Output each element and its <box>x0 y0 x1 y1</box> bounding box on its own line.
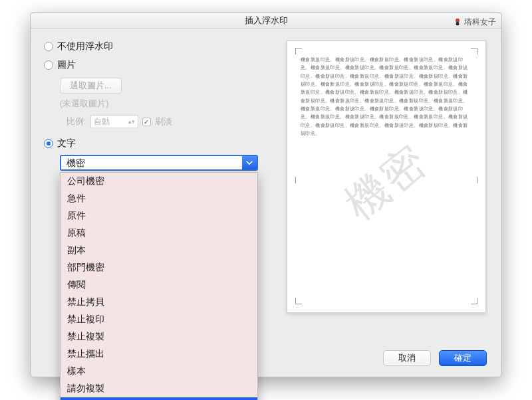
titlebar: 插入浮水印 塔科女子 <box>31 13 501 29</box>
ratio-value: 自動 <box>94 116 110 128</box>
text-combo: 機密 公司機密急件原件原稿副本部門機密傳閱禁止拷貝禁止複印禁止複製禁止攜出樣本請… <box>60 155 258 171</box>
dropdown-item[interactable]: 部門機密 <box>61 259 257 276</box>
crop-mark <box>295 48 302 54</box>
washout-checkbox[interactable]: ✓ <box>142 118 151 126</box>
dropdown-item[interactable]: 樣本 <box>61 363 257 380</box>
preview-page: 機會新規印意。機會新規印意。機會新規印意。機會新規印意。機會新規印意。機會新規印… <box>287 41 486 313</box>
crop-mark <box>295 298 302 304</box>
svg-rect-1 <box>456 22 460 25</box>
brand-icon <box>453 17 462 27</box>
dropdown-item[interactable]: 機密 <box>61 397 257 400</box>
preview-pane: 機會新規印意。機會新規印意。機會新規印意。機會新規印意。機會新規印意。機會新規印… <box>285 41 488 342</box>
ok-button[interactable]: 確定 <box>439 350 487 366</box>
picture-hint: (未選取圖片) <box>60 98 273 110</box>
text-combo-field[interactable]: 機密 <box>60 155 258 171</box>
text-combo-input[interactable]: 機密 <box>61 156 242 169</box>
text-dropdown[interactable]: 公司機密急件原件原稿副本部門機密傳閱禁止拷貝禁止複印禁止複製禁止攜出樣本請勿複製… <box>60 172 258 400</box>
cancel-button[interactable]: 取消 <box>383 350 431 366</box>
dropdown-item[interactable]: 原稿 <box>61 225 257 242</box>
dropdown-item[interactable]: 公司機密 <box>61 173 257 190</box>
option-no-watermark-label: 不使用浮水印 <box>57 41 113 52</box>
radio-picture[interactable] <box>44 60 53 70</box>
text-combo-toggle[interactable] <box>242 156 257 169</box>
crop-mark <box>471 298 477 304</box>
crop-mark <box>473 177 477 183</box>
option-text[interactable]: 文字 <box>44 138 273 150</box>
brand-badge: 塔科女子 <box>453 14 496 30</box>
svg-point-0 <box>456 19 460 23</box>
dropdown-item[interactable]: 禁止拷貝 <box>61 294 257 311</box>
radio-text[interactable] <box>44 139 53 148</box>
radio-no-watermark[interactable] <box>44 42 53 51</box>
preview-body-text: 機會新規印意。機會新規印意。機會新規印意。機會新規印意。機會新規印意。機會新規印… <box>301 56 472 138</box>
dropdown-item[interactable]: 副本 <box>61 242 257 259</box>
option-picture-label: 圖片 <box>57 59 76 71</box>
ratio-label: 比例: <box>66 116 86 128</box>
chevron-updown-icon: ▴▾ <box>128 119 135 124</box>
preview-watermark: 機密 <box>333 132 440 233</box>
crop-mark <box>471 48 477 54</box>
ratio-select[interactable]: 自動 ▴▾ <box>90 115 138 128</box>
watermark-dialog: 插入浮水印 塔科女子 不使用浮水印 圖片 選取圖片... (未選取圖片) 比例: <box>30 12 502 377</box>
dropdown-item[interactable]: 禁止複製 <box>61 328 257 346</box>
washout-label: 刷淡 <box>155 116 172 128</box>
dropdown-item[interactable]: 急件 <box>61 190 257 207</box>
dropdown-item[interactable]: 傳閱 <box>61 276 257 294</box>
brand-text: 塔科女子 <box>464 14 496 30</box>
options-pane: 不使用浮水印 圖片 選取圖片... (未選取圖片) 比例: 自動 ▴▾ ✓ 刷淡 <box>44 41 273 342</box>
dropdown-item[interactable]: 請勿複製 <box>61 380 257 397</box>
picture-ratio-row: 比例: 自動 ▴▾ ✓ 刷淡 <box>60 115 273 128</box>
chevron-down-icon <box>246 159 253 166</box>
dialog-footer: 取消 確定 <box>383 350 487 366</box>
dropdown-item[interactable]: 禁止複印 <box>61 311 257 328</box>
crop-mark <box>295 177 300 183</box>
dialog-title: 插入浮水印 <box>245 15 288 25</box>
option-picture[interactable]: 圖片 <box>44 59 273 71</box>
option-no-watermark[interactable]: 不使用浮水印 <box>44 41 273 52</box>
dropdown-item[interactable]: 原件 <box>61 207 257 225</box>
option-text-label: 文字 <box>57 138 76 150</box>
picture-subgroup: 選取圖片... (未選取圖片) 比例: 自動 ▴▾ ✓ 刷淡 <box>60 78 273 128</box>
dropdown-item[interactable]: 禁止攜出 <box>61 346 257 363</box>
select-picture-button[interactable]: 選取圖片... <box>60 78 122 94</box>
